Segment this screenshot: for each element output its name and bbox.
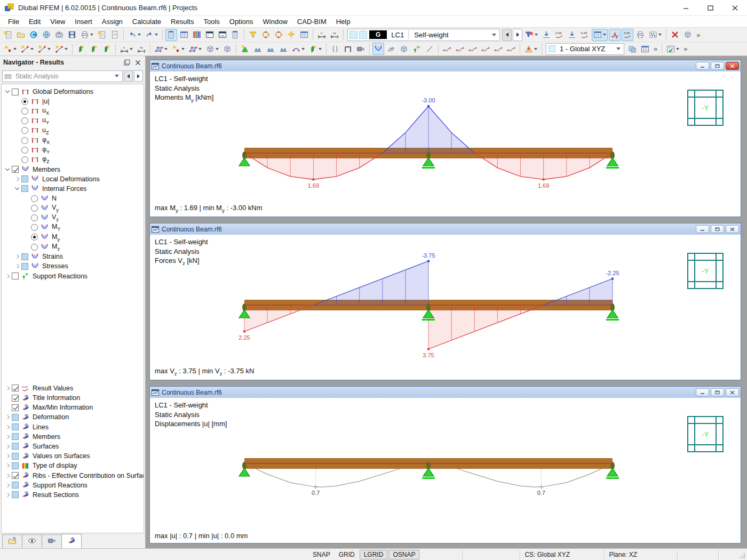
menu-edit[interactable]: Edit (24, 17, 45, 27)
display-item-values-on-surfaces[interactable]: Values on Surfaces (2, 451, 144, 461)
load-case-combo[interactable]: GLC1Self-weight (347, 29, 500, 41)
expander-icon[interactable] (4, 423, 12, 431)
expander-icon[interactable] (4, 166, 12, 173)
resize-grip[interactable] (738, 549, 747, 560)
rotate-about-node-button[interactable] (273, 29, 284, 41)
checkbox[interactable] (12, 423, 19, 430)
coordinate-plane-button[interactable] (626, 43, 638, 55)
minimize-window-button[interactable] (673, 0, 698, 15)
print-button[interactable] (79, 29, 95, 41)
toolbar-overflow[interactable]: » (651, 45, 659, 53)
new-node-button[interactable] (2, 43, 18, 55)
close-panel-icon[interactable] (133, 58, 142, 67)
tree-item-y[interactable]: φY (2, 145, 144, 155)
tab-data[interactable] (2, 534, 22, 548)
maximize-viewport-button[interactable] (711, 225, 724, 233)
viewport-canvas-moments[interactable]: 1.69-3.001.69 LC1 - Self-weightStatic An… (150, 71, 741, 217)
new-opening-button[interactable] (170, 43, 186, 55)
script-console-button[interactable]: >sc (217, 29, 228, 41)
checkbox[interactable] (12, 404, 19, 411)
expander-icon[interactable] (4, 273, 12, 280)
member-release-button[interactable] (329, 43, 341, 55)
maximize-viewport-button[interactable] (711, 388, 724, 396)
render-mode-button[interactable] (682, 29, 694, 41)
new-printout-report-button[interactable] (96, 29, 108, 41)
navigator-header[interactable]: Navigator - Results (0, 56, 145, 69)
copy-object-button[interactable] (221, 43, 233, 55)
tree-item-x[interactable]: φX (2, 135, 144, 145)
new-line-button[interactable] (19, 43, 35, 55)
guide-lines-2-button[interactable]: xx (329, 29, 340, 41)
analysis-type-combo[interactable]: Static Analysis (2, 70, 123, 82)
expander-icon[interactable] (4, 88, 12, 95)
load-filter-button[interactable] (523, 29, 539, 41)
surface-support-button[interactable] (277, 43, 289, 55)
tree-item-z[interactable]: φZ (2, 155, 144, 164)
new-polyline-button[interactable] (53, 43, 69, 55)
member-table-button[interactable] (101, 43, 113, 55)
expander-icon[interactable] (13, 262, 21, 270)
open-file-button[interactable] (15, 29, 27, 41)
checkbox[interactable] (21, 175, 28, 182)
render-view-button[interactable] (398, 43, 410, 55)
tree-item-strains[interactable]: Strains (2, 252, 144, 261)
maximize-viewport-button[interactable] (711, 62, 724, 70)
rotate-view-button[interactable] (260, 29, 272, 41)
coordinate-system-combo[interactable]: 1 - Global XYZ (546, 43, 624, 55)
radio-button[interactable] (21, 156, 28, 163)
display-item-result-values[interactable]: x.xxResult Values (2, 383, 144, 393)
panels-button[interactable] (647, 29, 663, 41)
menu-window[interactable]: Window (258, 17, 292, 27)
tab-display[interactable] (22, 534, 42, 548)
save-button[interactable] (66, 29, 78, 41)
maximize-window-button[interactable] (698, 0, 722, 15)
show-load-values-button[interactable]: x.xx (553, 29, 565, 41)
expander-icon[interactable] (4, 452, 12, 460)
beam-diagram-shear[interactable]: 2.25-3.753.75-2.25 (150, 235, 741, 380)
radio-button[interactable] (31, 224, 38, 231)
stop-calculation-button[interactable] (669, 29, 681, 41)
expander-icon[interactable] (13, 185, 21, 193)
checkbox[interactable] (12, 273, 19, 279)
pan-view-button[interactable] (285, 29, 297, 41)
menu-cad-bim[interactable]: CAD-BIM (292, 17, 331, 27)
tree-item-vy[interactable]: Vy (2, 203, 144, 213)
radio-button[interactable] (31, 214, 38, 221)
member-support-button[interactable] (265, 43, 276, 55)
expander-icon[interactable] (4, 491, 12, 499)
radio-button[interactable] (21, 117, 28, 124)
close-viewport-button[interactable] (726, 225, 739, 233)
minimize-viewport-button[interactable] (696, 62, 709, 70)
viewport-titlebar[interactable]: Continuous Beam.rf6 (150, 387, 741, 398)
previous-load-case-button[interactable] (502, 29, 512, 41)
table-manager-button[interactable] (191, 29, 203, 41)
expander-icon[interactable] (13, 175, 21, 183)
dimension-x-button[interactable]: x (118, 43, 134, 55)
close-viewport-button[interactable] (726, 62, 739, 70)
show-results-button[interactable] (609, 29, 621, 41)
menu-insert[interactable]: Insert (70, 17, 97, 27)
menu-tools[interactable]: Tools (198, 17, 224, 27)
checkbox[interactable] (21, 263, 28, 270)
tree-item-mz[interactable]: Mz (2, 242, 144, 252)
show-result-values-button[interactable]: x.xx (622, 29, 633, 41)
checkbox[interactable] (12, 414, 19, 421)
minimize-viewport-button[interactable] (696, 225, 709, 233)
viewport-titlebar[interactable]: Continuous Beam.rf6 (150, 60, 741, 71)
screenshot-button[interactable] (53, 29, 65, 41)
tree-item-stresses[interactable]: Stresses (2, 261, 144, 271)
selection-filter-button[interactable] (247, 29, 259, 41)
print-graphic-button[interactable] (634, 29, 646, 41)
edit-smoothing-button[interactable] (505, 43, 517, 55)
show-mass-values-button[interactable]: x.xx (579, 29, 591, 41)
dock-panel-icon[interactable] (123, 58, 131, 67)
new-solid-button[interactable] (204, 43, 220, 55)
member-by-nodes-button[interactable] (88, 43, 100, 55)
checkbox[interactable] (12, 453, 19, 460)
display-item-type-of-display[interactable]: Type of display (2, 461, 144, 470)
display-item-result-sections[interactable]: Result Sections (2, 490, 144, 500)
checkbox[interactable] (12, 166, 19, 173)
edit-table-button[interactable] (298, 29, 310, 41)
viewport-titlebar[interactable]: Continuous Beam.rf6 (150, 223, 741, 235)
display-item-title-information[interactable]: Title Information (2, 393, 144, 403)
